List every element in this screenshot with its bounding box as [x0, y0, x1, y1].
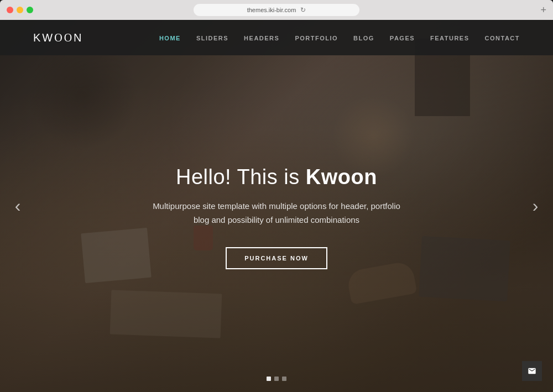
slider-dots — [267, 377, 286, 381]
nav-item-headers[interactable]: HEADERS — [244, 33, 279, 43]
hero-section: KWooN HOME SLIDERS HEADERS PORTFOLIO — [0, 20, 553, 392]
nav-item-home[interactable]: HOME — [159, 33, 181, 43]
nav-link-contact[interactable]: CONTACT — [485, 35, 520, 41]
slider-prev-button[interactable]: ‹ — [7, 195, 29, 217]
nav-item-pages[interactable]: PAGES — [390, 33, 415, 43]
url-text: themes.iki-bir.com — [247, 7, 296, 13]
address-bar[interactable]: themes.iki-bir.com ↻ — [194, 4, 359, 16]
email-icon — [528, 367, 536, 375]
nav-item-contact[interactable]: CONTACT — [485, 33, 520, 43]
chevron-right-icon: › — [533, 196, 539, 216]
slider-dot-3[interactable] — [282, 377, 286, 381]
hero-subtitle-line2: blog and possibility of unlimited combin… — [194, 215, 359, 224]
hero-title: Hello! This is Kwoon — [97, 165, 456, 189]
nav-link-pages[interactable]: PAGES — [390, 35, 415, 41]
minimize-button[interactable] — [17, 7, 23, 13]
traffic-lights — [7, 7, 33, 13]
hero-subtitle: Multipurpose site template with multiple… — [97, 199, 456, 227]
email-button[interactable] — [522, 361, 542, 381]
nav-link-sliders[interactable]: SLIDERS — [196, 35, 228, 41]
hero-content: Hello! This is Kwoon Multipurpose site t… — [97, 165, 456, 269]
nav-link-features[interactable]: FEATURES — [430, 35, 469, 41]
site-header: KWooN HOME SLIDERS HEADERS PORTFOLIO — [0, 20, 553, 55]
new-tab-button[interactable]: + — [540, 4, 546, 16]
nav-link-portfolio[interactable]: PORTFOLIO — [295, 35, 338, 41]
nav-link-home[interactable]: HOME — [159, 35, 181, 41]
main-nav: HOME SLIDERS HEADERS PORTFOLIO BLOG — [159, 33, 520, 43]
nav-menu: HOME SLIDERS HEADERS PORTFOLIO BLOG — [159, 33, 520, 43]
nav-item-features[interactable]: FEATURES — [430, 33, 469, 43]
hero-title-pre: Hello! This is — [176, 165, 306, 189]
nav-item-blog[interactable]: BLOG — [353, 33, 374, 43]
nav-link-headers[interactable]: HEADERS — [244, 35, 279, 41]
maximize-button[interactable] — [27, 7, 33, 13]
hero-subtitle-line1: Multipurpose site template with multiple… — [153, 201, 400, 211]
close-button[interactable] — [7, 7, 13, 13]
website: KWooN HOME SLIDERS HEADERS PORTFOLIO — [0, 20, 553, 392]
browser-chrome: themes.iki-bir.com ↻ + — [0, 0, 553, 20]
reload-icon[interactable]: ↻ — [300, 6, 306, 14]
slider-dot-1[interactable] — [267, 377, 271, 381]
purchase-button[interactable]: PURCHASE NOW — [226, 247, 327, 269]
slider-next-button[interactable]: › — [524, 195, 546, 217]
hero-title-bold: Kwoon — [306, 165, 377, 189]
nav-item-sliders[interactable]: SLIDERS — [196, 33, 228, 43]
nav-item-portfolio[interactable]: PORTFOLIO — [295, 33, 338, 43]
logo-text: KWooN — [33, 32, 84, 44]
slider-dot-2[interactable] — [274, 377, 279, 381]
site-logo: KWooN — [33, 30, 84, 45]
nav-link-blog[interactable]: BLOG — [353, 35, 374, 41]
chevron-left-icon: ‹ — [15, 196, 21, 216]
